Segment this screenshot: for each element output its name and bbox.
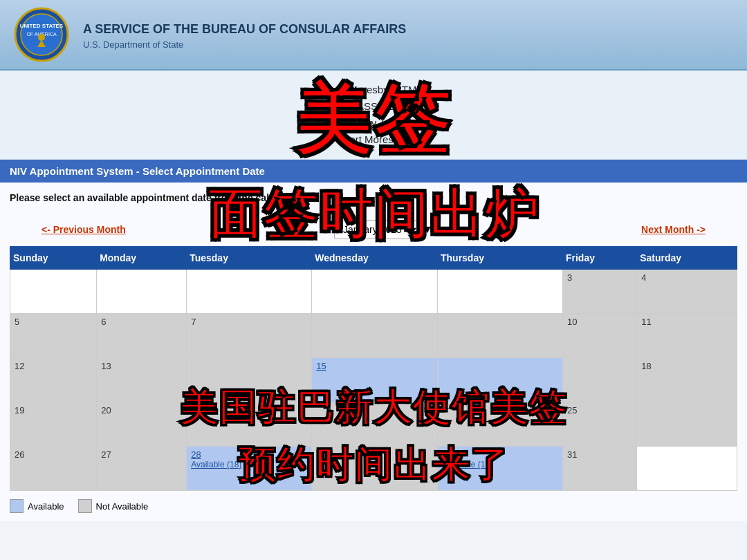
calendar-day-number: 31 bbox=[567, 449, 577, 460]
calendar-day-number: 20 bbox=[101, 405, 111, 416]
calendar-cell: 6 bbox=[97, 314, 187, 358]
legend-not-available: Not Available bbox=[78, 499, 149, 513]
calendar-cell: 19 bbox=[10, 402, 97, 447]
svg-text:UNITED STATES: UNITED STATES bbox=[20, 23, 64, 29]
calendar-day-number: 11 bbox=[641, 317, 651, 327]
calendar-cell: 11 bbox=[637, 314, 737, 358]
calendar-cell: 20 bbox=[97, 402, 187, 447]
calendar-wrapper: Sunday Monday Tuesday Wednesday Thursday… bbox=[0, 246, 747, 491]
location-section: Port Moresby (PTM) NEW EMBASSY LOCATION … bbox=[0, 71, 747, 160]
calendar-cell bbox=[437, 314, 562, 358]
calendar-cell[interactable] bbox=[437, 358, 562, 402]
calendar-day-number: 4 bbox=[641, 272, 646, 283]
calendar-day-number: 28 bbox=[191, 449, 201, 460]
calendar-cell: 29 bbox=[312, 447, 438, 491]
legend-section: Available Not Available bbox=[0, 491, 747, 521]
instruction-text: Please select an available appointment d… bbox=[0, 183, 747, 213]
calendar-day-number: 25 bbox=[567, 405, 577, 416]
calendar-day-number: 6 bbox=[101, 317, 106, 327]
calendar-day-number: 15 bbox=[316, 361, 326, 371]
col-friday: Friday bbox=[562, 247, 636, 270]
svg-point-5 bbox=[38, 34, 45, 41]
calendar-cell: 27 bbox=[97, 447, 187, 491]
calendar-cell: 5 bbox=[10, 314, 97, 358]
available-slots-link[interactable]: Available (16) bbox=[442, 460, 558, 469]
calendar-cell bbox=[562, 358, 636, 402]
prev-month-link[interactable]: <- Previous Month bbox=[42, 224, 126, 235]
calendar-cell: 18 bbox=[637, 358, 737, 402]
calendar-cell bbox=[187, 270, 312, 314]
next-month-link[interactable]: Next Month -> bbox=[641, 224, 706, 235]
calendar-day-number: 10 bbox=[567, 317, 577, 327]
col-sunday: Sunday bbox=[10, 247, 97, 270]
calendar-day-number: 18 bbox=[641, 361, 651, 371]
calendar-cell: 13 bbox=[97, 358, 187, 402]
calendar-cell bbox=[637, 447, 737, 491]
niv-bar: NIV Appointment System - Select Appointm… bbox=[0, 160, 747, 183]
calendar-cell bbox=[312, 270, 438, 314]
legend-available-label: Available bbox=[28, 501, 64, 512]
calendar-week-row: 5671011 bbox=[10, 314, 737, 358]
calendar-day-number: 27 bbox=[101, 449, 111, 460]
calendar-day-number: 5 bbox=[15, 317, 19, 327]
location-line1: Port Moresby (PTM) bbox=[11, 82, 736, 98]
calendar-cell bbox=[312, 402, 438, 447]
col-thursday: Thursday bbox=[437, 247, 562, 270]
calendar-week-row: 12131518 bbox=[10, 358, 737, 402]
location-line3: Harbour City, Konedobu bbox=[11, 115, 736, 131]
col-saturday: Saturday bbox=[637, 247, 737, 270]
month-dropdown[interactable]: January 2025 bbox=[334, 220, 419, 239]
col-wednesday: Wednesday bbox=[312, 247, 438, 270]
calendar-week-row: 34 bbox=[10, 270, 737, 314]
calendar-day-number: 12 bbox=[15, 361, 24, 371]
calendar-cell: 12 bbox=[10, 358, 97, 402]
calendar-cell bbox=[97, 270, 187, 314]
calendar-cell bbox=[437, 402, 562, 447]
dropdown-arrow-icon: ▼ bbox=[422, 223, 433, 236]
niv-label: NIV Appointment System - Select Appointm… bbox=[10, 165, 265, 177]
calendar-cell bbox=[187, 402, 312, 447]
calendar-cell[interactable]: 30Available (16) bbox=[437, 447, 562, 491]
calendar-day-number: 26 bbox=[15, 449, 24, 460]
calendar-week-row: 192025 bbox=[10, 402, 737, 447]
calendar-cell bbox=[312, 314, 438, 358]
calendar-day-number: 3 bbox=[567, 272, 572, 283]
calendar-cell: 7 bbox=[187, 314, 312, 358]
col-tuesday: Tuesday bbox=[187, 247, 312, 270]
location-line2: NEW EMBASSY LOCATION bbox=[11, 98, 736, 115]
calendar-cell bbox=[10, 270, 97, 314]
month-selector[interactable]: January 2025 ▼ bbox=[334, 220, 433, 239]
available-slots-link[interactable]: Available (18) bbox=[191, 460, 307, 469]
col-monday: Monday bbox=[97, 247, 187, 270]
calendar-cell: 3 bbox=[562, 270, 636, 314]
calendar-cell bbox=[187, 358, 312, 402]
calendar-cell bbox=[437, 270, 562, 314]
calendar-week-row: 262728Available (18)2930Available (16)31 bbox=[10, 447, 737, 491]
calendar-header-row: Sunday Monday Tuesday Wednesday Thursday… bbox=[10, 247, 737, 270]
service-title: A SERVICE OF THE BUREAU OF CONSULAR AFFA… bbox=[83, 19, 406, 39]
calendar-cell[interactable]: 15 bbox=[312, 358, 438, 402]
legend-available: Available bbox=[10, 499, 64, 513]
calendar-nav: <- Previous Month January 2025 ▼ Next Mo… bbox=[0, 213, 747, 246]
calendar-day-number: 19 bbox=[15, 405, 24, 416]
calendar-cell: 4 bbox=[637, 270, 737, 314]
calendar-cell: 10 bbox=[562, 314, 636, 358]
calendar-cell: 25 bbox=[562, 402, 636, 447]
page-header: UNITED STATES OF AMERICA A SERVICE OF TH… bbox=[0, 0, 747, 71]
dept-label: U.S. Department of State bbox=[83, 39, 406, 50]
calendar-cell: 31 bbox=[562, 447, 636, 491]
calendar-cell bbox=[637, 402, 737, 447]
calendar-cell: 26 bbox=[10, 447, 97, 491]
calendar-cell[interactable]: 28Available (18) bbox=[187, 447, 312, 491]
calendar-day-number: 7 bbox=[191, 317, 196, 327]
location-line4: Port Moresby bbox=[11, 131, 736, 148]
calendar-day-number: 30 bbox=[442, 449, 452, 460]
calendar-day-number: 29 bbox=[316, 449, 326, 460]
legend-not-available-box bbox=[78, 499, 92, 513]
calendar-day-number: 13 bbox=[101, 361, 111, 371]
calendar-table: Sunday Monday Tuesday Wednesday Thursday… bbox=[10, 246, 737, 491]
us-seal-icon: UNITED STATES OF AMERICA bbox=[14, 7, 69, 62]
legend-available-box bbox=[10, 499, 24, 513]
legend-not-available-label: Not Available bbox=[96, 501, 149, 512]
